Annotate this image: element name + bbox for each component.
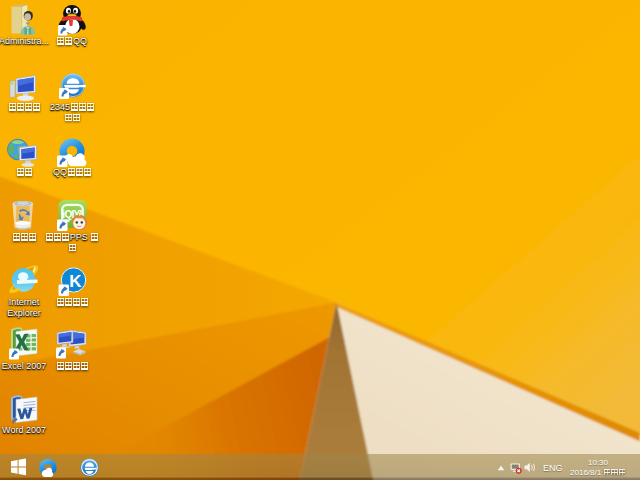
svg-text:K: K <box>69 272 82 291</box>
